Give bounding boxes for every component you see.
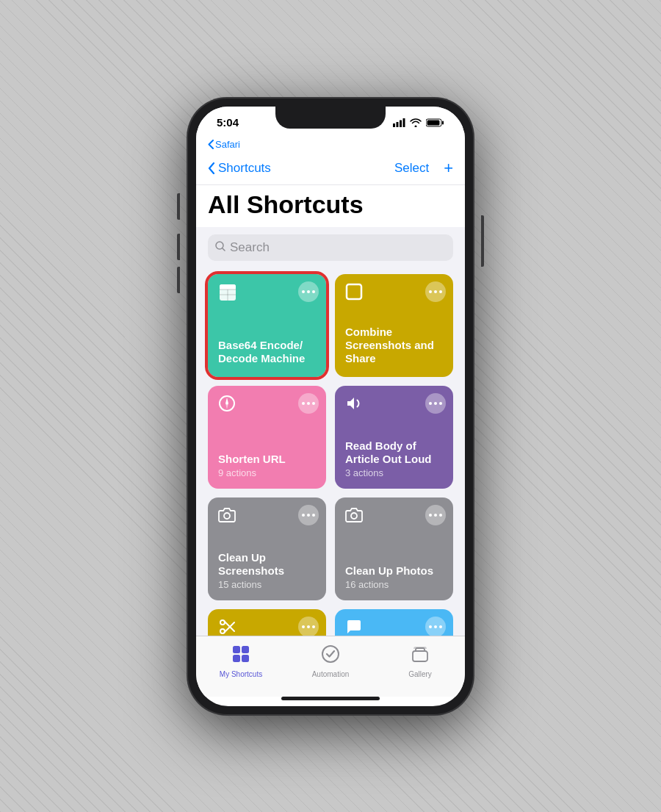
svg-rect-24 [233, 646, 240, 653]
home-indicator [281, 697, 380, 700]
nav-bar: Shortcuts Select + [196, 153, 465, 185]
tab-icon-automation [320, 644, 341, 667]
svg-line-22 [225, 621, 235, 631]
card-more-dots-cleanphotos [429, 514, 442, 517]
shortcut-card-cliparticle[interactable]: Clip Article to Notes 9 actions [208, 609, 326, 636]
card-icon-cliparticle [218, 618, 236, 636]
card-more-btn-cleanscreenshots[interactable] [298, 505, 319, 525]
search-bar[interactable]: Search [208, 234, 453, 261]
svg-point-18 [224, 513, 230, 519]
card-more-dots-searchtwitter [429, 625, 442, 628]
shortcut-card-combine[interactable]: Combine Screenshots and Share [335, 274, 453, 377]
svg-line-8 [223, 248, 225, 251]
svg-rect-29 [413, 651, 427, 661]
card-more-btn-searchtwitter[interactable] [425, 617, 446, 636]
svg-rect-3 [403, 118, 405, 127]
shortcut-card-cleanphotos[interactable]: Clean Up Photos 16 actions [335, 497, 453, 600]
tab-label-automation: Automation [312, 670, 350, 678]
svg-rect-0 [393, 123, 395, 127]
card-more-dots-base64 [302, 290, 315, 293]
shortcut-card-searchtwitter[interactable]: Search for Link on Twitter 10 actions [335, 609, 453, 636]
nav-back-label: Shortcuts [218, 161, 271, 176]
safari-back-bar: Safari [196, 139, 465, 153]
safari-back-label[interactable]: Safari [215, 139, 240, 150]
card-title-cleanphotos: Clean Up Photos [345, 564, 443, 578]
svg-rect-6 [427, 120, 440, 125]
status-icons [393, 118, 444, 127]
tab-item-myshortcuts[interactable]: My Shortcuts [196, 644, 286, 678]
card-more-btn-readbody[interactable] [425, 393, 446, 414]
card-more-dots-shorten [302, 402, 315, 405]
shortcut-card-readbody[interactable]: Read Body of Article Out Loud 3 actions [335, 386, 453, 489]
card-more-dots-combine [429, 290, 442, 293]
nav-back-chevron-icon [208, 162, 215, 174]
card-icon-readbody [345, 395, 363, 417]
page-header: All Shortcuts [196, 185, 465, 227]
shortcut-card-cleanscreenshots[interactable]: Clean Up Screenshots 15 actions [208, 497, 326, 600]
card-more-dots-cleanscreenshots [302, 514, 315, 517]
card-title-readbody: Read Body of Article Out Loud [345, 439, 443, 466]
shortcut-card-shorten[interactable]: Shorten URL 9 actions [208, 386, 326, 489]
signal-icon [393, 118, 405, 127]
card-icon-combine [345, 283, 363, 305]
svg-rect-25 [242, 646, 249, 653]
phone-outer: 5:04 [187, 98, 474, 715]
add-button[interactable]: + [444, 159, 453, 178]
tab-item-automation[interactable]: Automation [286, 644, 375, 678]
phone-screen: 5:04 [196, 107, 465, 706]
svg-rect-2 [400, 120, 402, 127]
svg-rect-26 [233, 655, 240, 662]
tab-label-myshortcuts: My Shortcuts [220, 670, 262, 678]
status-bar: 5:04 [196, 107, 465, 139]
card-title-cleanscreenshots: Clean Up Screenshots [218, 551, 316, 578]
notch [275, 107, 386, 129]
card-more-btn-base64[interactable] [298, 281, 319, 302]
svg-marker-17 [225, 402, 228, 409]
svg-rect-10 [220, 284, 236, 290]
svg-line-23 [225, 622, 235, 633]
wifi-icon [410, 118, 422, 127]
card-more-btn-shorten[interactable] [298, 393, 319, 414]
tab-item-gallery[interactable]: Gallery [375, 644, 465, 678]
card-more-dots-readbody [429, 402, 442, 405]
card-more-btn-cliparticle[interactable] [298, 617, 319, 636]
battery-icon [426, 118, 444, 127]
svg-rect-1 [397, 122, 399, 127]
card-more-btn-combine[interactable] [425, 281, 446, 302]
status-time: 5:04 [217, 116, 239, 129]
svg-rect-14 [347, 284, 361, 299]
tab-label-gallery: Gallery [408, 670, 432, 678]
card-subtitle-cleanphotos: 16 actions [345, 579, 443, 590]
search-placeholder-text: Search [230, 240, 270, 255]
svg-point-19 [351, 513, 357, 519]
card-more-btn-cleanphotos[interactable] [425, 505, 446, 525]
shortcuts-grid: Base64 Encode/ Decode Machine Combine Sc… [196, 268, 465, 636]
svg-point-28 [322, 646, 339, 662]
svg-rect-5 [442, 121, 444, 124]
tab-bar: My Shortcuts Automation Gallery [196, 636, 465, 697]
content-area: All Shortcuts Search [196, 185, 465, 636]
svg-rect-27 [242, 655, 249, 662]
shortcut-card-base64[interactable]: Base64 Encode/ Decode Machine [208, 274, 326, 377]
search-icon [215, 241, 225, 254]
card-icon-cleanphotos [345, 506, 363, 528]
page-title: All Shortcuts [208, 191, 453, 218]
nav-back-button[interactable]: Shortcuts [208, 161, 271, 176]
card-icon-cleanscreenshots [218, 506, 236, 528]
card-icon-searchtwitter [345, 618, 363, 636]
tab-icon-myshortcuts [231, 644, 251, 667]
card-title-base64: Base64 Encode/ Decode Machine [218, 339, 316, 365]
card-more-dots-cliparticle [302, 625, 315, 628]
card-subtitle-readbody: 3 actions [345, 467, 443, 478]
tab-icon-gallery [410, 644, 430, 667]
card-title-combine: Combine Screenshots and Share [345, 326, 443, 365]
card-subtitle-cleanscreenshots: 15 actions [218, 579, 316, 590]
card-icon-shorten [218, 395, 236, 417]
card-title-shorten: Shorten URL [218, 453, 316, 466]
nav-actions: Select + [394, 159, 453, 178]
back-chevron-icon [208, 140, 214, 149]
card-icon-base64 [218, 283, 237, 306]
select-button[interactable]: Select [394, 161, 429, 176]
card-subtitle-shorten: 9 actions [218, 467, 316, 478]
